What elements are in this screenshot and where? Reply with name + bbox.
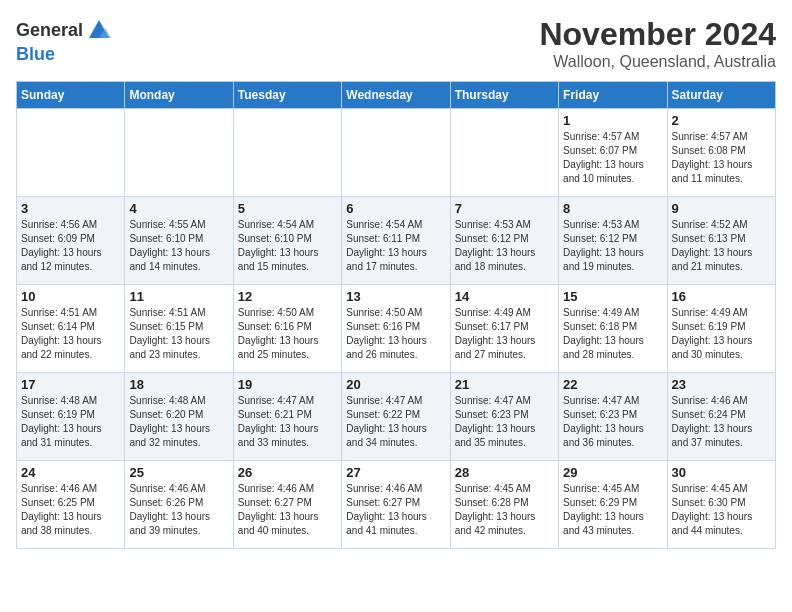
day-number: 9 [672, 201, 771, 216]
day-number: 2 [672, 113, 771, 128]
day-number: 27 [346, 465, 445, 480]
calendar-header-cell: Sunday [17, 82, 125, 109]
day-info: Sunrise: 4:55 AM Sunset: 6:10 PM Dayligh… [129, 218, 228, 274]
calendar-cell: 22Sunrise: 4:47 AM Sunset: 6:23 PM Dayli… [559, 373, 667, 461]
calendar-cell: 5Sunrise: 4:54 AM Sunset: 6:10 PM Daylig… [233, 197, 341, 285]
calendar-cell: 14Sunrise: 4:49 AM Sunset: 6:17 PM Dayli… [450, 285, 558, 373]
logo-general: General [16, 20, 83, 41]
calendar-week-row: 3Sunrise: 4:56 AM Sunset: 6:09 PM Daylig… [17, 197, 776, 285]
calendar-cell: 21Sunrise: 4:47 AM Sunset: 6:23 PM Dayli… [450, 373, 558, 461]
day-number: 8 [563, 201, 662, 216]
day-number: 10 [21, 289, 120, 304]
calendar-cell: 3Sunrise: 4:56 AM Sunset: 6:09 PM Daylig… [17, 197, 125, 285]
calendar-header-cell: Saturday [667, 82, 775, 109]
calendar-cell: 1Sunrise: 4:57 AM Sunset: 6:07 PM Daylig… [559, 109, 667, 197]
day-number: 4 [129, 201, 228, 216]
day-number: 1 [563, 113, 662, 128]
day-info: Sunrise: 4:45 AM Sunset: 6:28 PM Dayligh… [455, 482, 554, 538]
calendar-header-cell: Friday [559, 82, 667, 109]
calendar-cell: 11Sunrise: 4:51 AM Sunset: 6:15 PM Dayli… [125, 285, 233, 373]
calendar-cell: 4Sunrise: 4:55 AM Sunset: 6:10 PM Daylig… [125, 197, 233, 285]
calendar-cell: 12Sunrise: 4:50 AM Sunset: 6:16 PM Dayli… [233, 285, 341, 373]
day-info: Sunrise: 4:48 AM Sunset: 6:20 PM Dayligh… [129, 394, 228, 450]
location-title: Walloon, Queensland, Australia [539, 53, 776, 71]
calendar-cell [125, 109, 233, 197]
day-info: Sunrise: 4:46 AM Sunset: 6:27 PM Dayligh… [346, 482, 445, 538]
day-number: 22 [563, 377, 662, 392]
calendar-cell: 7Sunrise: 4:53 AM Sunset: 6:12 PM Daylig… [450, 197, 558, 285]
calendar-cell: 9Sunrise: 4:52 AM Sunset: 6:13 PM Daylig… [667, 197, 775, 285]
day-number: 20 [346, 377, 445, 392]
calendar-week-row: 24Sunrise: 4:46 AM Sunset: 6:25 PM Dayli… [17, 461, 776, 549]
day-info: Sunrise: 4:53 AM Sunset: 6:12 PM Dayligh… [563, 218, 662, 274]
day-number: 23 [672, 377, 771, 392]
header: General Blue November 2024 Walloon, Quee… [16, 16, 776, 71]
day-number: 3 [21, 201, 120, 216]
day-info: Sunrise: 4:56 AM Sunset: 6:09 PM Dayligh… [21, 218, 120, 274]
calendar-cell: 2Sunrise: 4:57 AM Sunset: 6:08 PM Daylig… [667, 109, 775, 197]
day-number: 7 [455, 201, 554, 216]
day-info: Sunrise: 4:57 AM Sunset: 6:07 PM Dayligh… [563, 130, 662, 186]
calendar-cell: 24Sunrise: 4:46 AM Sunset: 6:25 PM Dayli… [17, 461, 125, 549]
calendar-cell: 25Sunrise: 4:46 AM Sunset: 6:26 PM Dayli… [125, 461, 233, 549]
day-number: 21 [455, 377, 554, 392]
calendar-week-row: 10Sunrise: 4:51 AM Sunset: 6:14 PM Dayli… [17, 285, 776, 373]
calendar-week-row: 1Sunrise: 4:57 AM Sunset: 6:07 PM Daylig… [17, 109, 776, 197]
day-number: 13 [346, 289, 445, 304]
day-info: Sunrise: 4:52 AM Sunset: 6:13 PM Dayligh… [672, 218, 771, 274]
day-info: Sunrise: 4:49 AM Sunset: 6:18 PM Dayligh… [563, 306, 662, 362]
calendar-week-row: 17Sunrise: 4:48 AM Sunset: 6:19 PM Dayli… [17, 373, 776, 461]
calendar-cell: 23Sunrise: 4:46 AM Sunset: 6:24 PM Dayli… [667, 373, 775, 461]
day-number: 25 [129, 465, 228, 480]
day-info: Sunrise: 4:54 AM Sunset: 6:11 PM Dayligh… [346, 218, 445, 274]
day-info: Sunrise: 4:46 AM Sunset: 6:26 PM Dayligh… [129, 482, 228, 538]
day-info: Sunrise: 4:50 AM Sunset: 6:16 PM Dayligh… [346, 306, 445, 362]
calendar-cell: 30Sunrise: 4:45 AM Sunset: 6:30 PM Dayli… [667, 461, 775, 549]
calendar-header-cell: Thursday [450, 82, 558, 109]
day-info: Sunrise: 4:46 AM Sunset: 6:25 PM Dayligh… [21, 482, 120, 538]
day-info: Sunrise: 4:47 AM Sunset: 6:23 PM Dayligh… [455, 394, 554, 450]
day-number: 11 [129, 289, 228, 304]
calendar-cell: 18Sunrise: 4:48 AM Sunset: 6:20 PM Dayli… [125, 373, 233, 461]
day-number: 6 [346, 201, 445, 216]
day-number: 18 [129, 377, 228, 392]
calendar-table: SundayMondayTuesdayWednesdayThursdayFrid… [16, 81, 776, 549]
calendar-cell [450, 109, 558, 197]
day-number: 24 [21, 465, 120, 480]
logo: General Blue [16, 16, 113, 65]
day-info: Sunrise: 4:46 AM Sunset: 6:27 PM Dayligh… [238, 482, 337, 538]
day-number: 5 [238, 201, 337, 216]
calendar-cell: 17Sunrise: 4:48 AM Sunset: 6:19 PM Dayli… [17, 373, 125, 461]
calendar-cell: 15Sunrise: 4:49 AM Sunset: 6:18 PM Dayli… [559, 285, 667, 373]
calendar-header-cell: Wednesday [342, 82, 450, 109]
day-info: Sunrise: 4:46 AM Sunset: 6:24 PM Dayligh… [672, 394, 771, 450]
day-number: 16 [672, 289, 771, 304]
day-number: 29 [563, 465, 662, 480]
calendar-cell: 26Sunrise: 4:46 AM Sunset: 6:27 PM Dayli… [233, 461, 341, 549]
day-number: 15 [563, 289, 662, 304]
calendar-body: 1Sunrise: 4:57 AM Sunset: 6:07 PM Daylig… [17, 109, 776, 549]
day-number: 19 [238, 377, 337, 392]
day-number: 30 [672, 465, 771, 480]
calendar-cell: 20Sunrise: 4:47 AM Sunset: 6:22 PM Dayli… [342, 373, 450, 461]
calendar-cell: 10Sunrise: 4:51 AM Sunset: 6:14 PM Dayli… [17, 285, 125, 373]
day-info: Sunrise: 4:45 AM Sunset: 6:29 PM Dayligh… [563, 482, 662, 538]
logo-blue: Blue [16, 44, 55, 65]
calendar-cell: 28Sunrise: 4:45 AM Sunset: 6:28 PM Dayli… [450, 461, 558, 549]
day-info: Sunrise: 4:49 AM Sunset: 6:17 PM Dayligh… [455, 306, 554, 362]
day-info: Sunrise: 4:47 AM Sunset: 6:22 PM Dayligh… [346, 394, 445, 450]
calendar-cell: 8Sunrise: 4:53 AM Sunset: 6:12 PM Daylig… [559, 197, 667, 285]
day-info: Sunrise: 4:57 AM Sunset: 6:08 PM Dayligh… [672, 130, 771, 186]
calendar-cell: 13Sunrise: 4:50 AM Sunset: 6:16 PM Dayli… [342, 285, 450, 373]
day-number: 17 [21, 377, 120, 392]
day-info: Sunrise: 4:47 AM Sunset: 6:21 PM Dayligh… [238, 394, 337, 450]
calendar-cell: 16Sunrise: 4:49 AM Sunset: 6:19 PM Dayli… [667, 285, 775, 373]
calendar-cell: 29Sunrise: 4:45 AM Sunset: 6:29 PM Dayli… [559, 461, 667, 549]
day-info: Sunrise: 4:51 AM Sunset: 6:14 PM Dayligh… [21, 306, 120, 362]
title-section: November 2024 Walloon, Queensland, Austr… [539, 16, 776, 71]
day-number: 26 [238, 465, 337, 480]
day-info: Sunrise: 4:48 AM Sunset: 6:19 PM Dayligh… [21, 394, 120, 450]
calendar-cell [342, 109, 450, 197]
month-title: November 2024 [539, 16, 776, 53]
calendar-cell [233, 109, 341, 197]
